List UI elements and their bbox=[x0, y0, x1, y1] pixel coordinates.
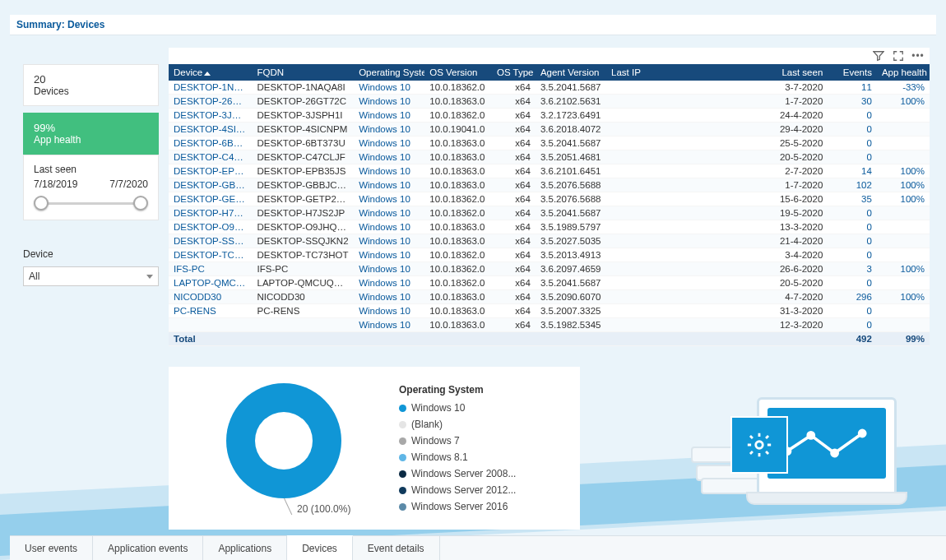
cell-events[interactable]: 0 bbox=[828, 276, 877, 290]
legend-item[interactable]: Windows Server 2016 bbox=[399, 498, 516, 515]
cell-events[interactable]: 3 bbox=[828, 262, 877, 276]
cell-device[interactable]: DESKTOP-EPB35JS bbox=[169, 164, 253, 178]
cell-device[interactable]: DESKTOP-C47CLJF bbox=[169, 150, 253, 164]
kpi-app-health[interactable]: 99% App health bbox=[23, 113, 159, 155]
tab-applications[interactable]: Applications bbox=[203, 536, 287, 560]
table-row[interactable]: DESKTOP-EPB35JSDESKTOP-EPB35JSWindows 10… bbox=[169, 164, 930, 178]
cell-os[interactable]: Windows 10 bbox=[354, 318, 424, 332]
cell-os[interactable]: Windows 10 bbox=[354, 276, 424, 290]
more-icon[interactable]: ••• bbox=[911, 49, 925, 62]
table-row[interactable]: DESKTOP-1NAQA8IDESKTOP-1NAQA8IWindows 10… bbox=[169, 81, 930, 95]
cell-os[interactable]: Windows 10 bbox=[354, 304, 424, 318]
table-row[interactable]: DESKTOP-3JSPH1IDESKTOP-3JSPH1IWindows 10… bbox=[169, 109, 930, 123]
focus-mode-icon[interactable] bbox=[892, 49, 905, 62]
table-row[interactable]: DESKTOP-TC73HOTDESKTOP-TC73HOTWindows 10… bbox=[169, 248, 930, 262]
table-row[interactable]: IFS-PCIFS-PCWindows 1010.0.18362.0x643.6… bbox=[169, 262, 930, 276]
col-lastseen[interactable]: Last seen bbox=[770, 64, 828, 81]
cell-device[interactable]: LAPTOP-QMCUQQKJ bbox=[169, 276, 253, 290]
cell-events[interactable]: 0 bbox=[828, 248, 877, 262]
cell-os[interactable]: Windows 10 bbox=[354, 109, 424, 123]
legend-item[interactable]: Windows 8.1 bbox=[399, 449, 516, 465]
cell-device[interactable]: DESKTOP-26GT72C bbox=[169, 95, 253, 109]
table-row[interactable]: DESKTOP-SSQJKN2DESKTOP-SSQJKN2Windows 10… bbox=[169, 234, 930, 248]
cell-os[interactable]: Windows 10 bbox=[354, 81, 424, 95]
col-agent[interactable]: Agent Version bbox=[536, 64, 606, 81]
col-lastip[interactable]: Last IP bbox=[606, 64, 770, 81]
cell-events[interactable]: 0 bbox=[828, 109, 877, 123]
cell-os[interactable]: Windows 10 bbox=[354, 234, 424, 248]
cell-events[interactable]: 35 bbox=[828, 192, 877, 206]
cell-os[interactable]: Windows 10 bbox=[354, 95, 424, 109]
table-row[interactable]: Windows 1010.0.18363.0x643.5.1982.534512… bbox=[169, 318, 930, 332]
cell-events[interactable]: 14 bbox=[828, 164, 877, 178]
cell-os[interactable]: Windows 10 bbox=[354, 178, 424, 192]
cell-events[interactable]: 30 bbox=[828, 95, 877, 109]
cell-os[interactable]: Windows 10 bbox=[354, 137, 424, 150]
cell-os[interactable]: Windows 10 bbox=[354, 164, 424, 178]
cell-device[interactable]: DESKTOP-O9JHQ2M bbox=[169, 220, 253, 234]
cell-health[interactable] bbox=[877, 276, 930, 290]
table-row[interactable]: PC-RENSPC-RENSWindows 1010.0.18363.0x643… bbox=[169, 304, 930, 318]
cell-device[interactable]: DESKTOP-H7JS2JP bbox=[169, 206, 253, 220]
cell-os[interactable]: Windows 10 bbox=[354, 150, 424, 164]
lastseen-slider[interactable] bbox=[34, 195, 148, 211]
legend-item[interactable]: Windows Server 2012... bbox=[399, 482, 516, 498]
cell-events[interactable]: 0 bbox=[828, 220, 877, 234]
cell-health[interactable] bbox=[877, 137, 930, 150]
slider-thumb-min[interactable] bbox=[34, 196, 49, 211]
cell-events[interactable]: 0 bbox=[828, 150, 877, 164]
cell-health[interactable]: 100% bbox=[877, 95, 930, 109]
tab-event-details[interactable]: Event details bbox=[353, 536, 440, 560]
cell-health[interactable]: 100% bbox=[877, 192, 930, 206]
col-device[interactable]: Device bbox=[169, 64, 253, 81]
cell-os[interactable]: Windows 10 bbox=[354, 192, 424, 206]
cell-health[interactable] bbox=[877, 220, 930, 234]
cell-health[interactable] bbox=[877, 248, 930, 262]
cell-device[interactable]: DESKTOP-GBBJCBO bbox=[169, 178, 253, 192]
legend-item[interactable]: Windows Server 2008... bbox=[399, 465, 516, 482]
table-row[interactable]: DESKTOP-26GT72CDESKTOP-26GT72CWindows 10… bbox=[169, 95, 930, 109]
table-row[interactable]: DESKTOP-GBBJCBODESKTOP-GBBJCBOWindows 10… bbox=[169, 178, 930, 192]
cell-events[interactable]: 296 bbox=[828, 290, 877, 304]
slider-thumb-max[interactable] bbox=[133, 196, 148, 211]
cell-os[interactable]: Windows 10 bbox=[354, 262, 424, 276]
cell-device[interactable]: DESKTOP-TC73HOT bbox=[169, 248, 253, 262]
cell-health[interactable]: 100% bbox=[877, 178, 930, 192]
cell-health[interactable] bbox=[877, 123, 930, 137]
cell-os[interactable]: Windows 10 bbox=[354, 290, 424, 304]
table-row[interactable]: DESKTOP-4SICNPMDESKTOP-4SICNPMWindows 10… bbox=[169, 123, 930, 137]
col-events[interactable]: Events bbox=[828, 64, 877, 81]
cell-device[interactable]: DESKTOP-1NAQA8I bbox=[169, 81, 253, 95]
cell-health[interactable] bbox=[877, 318, 930, 332]
cell-health[interactable]: 100% bbox=[877, 164, 930, 178]
legend-item[interactable]: Windows 10 bbox=[399, 400, 516, 416]
cell-os[interactable]: Windows 10 bbox=[354, 248, 424, 262]
cell-events[interactable]: 0 bbox=[828, 318, 877, 332]
filter-icon[interactable] bbox=[872, 49, 885, 62]
cell-events[interactable]: 0 bbox=[828, 304, 877, 318]
cell-events[interactable]: 0 bbox=[828, 206, 877, 220]
table-row[interactable]: DESKTOP-GETP2EMDESKTOP-GETP2EMWindows 10… bbox=[169, 192, 930, 206]
cell-health[interactable] bbox=[877, 206, 930, 220]
os-donut-chart[interactable] bbox=[226, 383, 341, 498]
cell-health[interactable] bbox=[877, 234, 930, 248]
table-row[interactable]: DESKTOP-O9JHQ2MDESKTOP-O9JHQ2MWindows 10… bbox=[169, 220, 930, 234]
crumb-2[interactable]: Devices bbox=[67, 19, 104, 30]
cell-os[interactable]: Windows 10 bbox=[354, 220, 424, 234]
tab-user-events[interactable]: User events bbox=[10, 536, 93, 560]
cell-device[interactable]: DESKTOP-3JSPH1I bbox=[169, 109, 253, 123]
table-row[interactable]: NICODD30NICODD30Windows 1010.0.18363.0x6… bbox=[169, 290, 930, 304]
cell-events[interactable]: 0 bbox=[828, 234, 877, 248]
cell-events[interactable]: 0 bbox=[828, 123, 877, 137]
col-osver[interactable]: OS Version bbox=[424, 64, 492, 81]
cell-device[interactable]: DESKTOP-SSQJKN2 bbox=[169, 234, 253, 248]
cell-device[interactable] bbox=[169, 318, 253, 332]
legend-item[interactable]: Windows 7 bbox=[399, 433, 516, 449]
cell-health[interactable] bbox=[877, 150, 930, 164]
tab-devices[interactable]: Devices bbox=[287, 535, 353, 560]
table-row[interactable]: DESKTOP-C47CLJFDESKTOP-C47CLJFWindows 10… bbox=[169, 150, 930, 164]
cell-device[interactable]: DESKTOP-GETP2EM bbox=[169, 192, 253, 206]
cell-events[interactable]: 11 bbox=[828, 81, 877, 95]
cell-os[interactable]: Windows 10 bbox=[354, 206, 424, 220]
cell-events[interactable]: 0 bbox=[828, 137, 877, 150]
